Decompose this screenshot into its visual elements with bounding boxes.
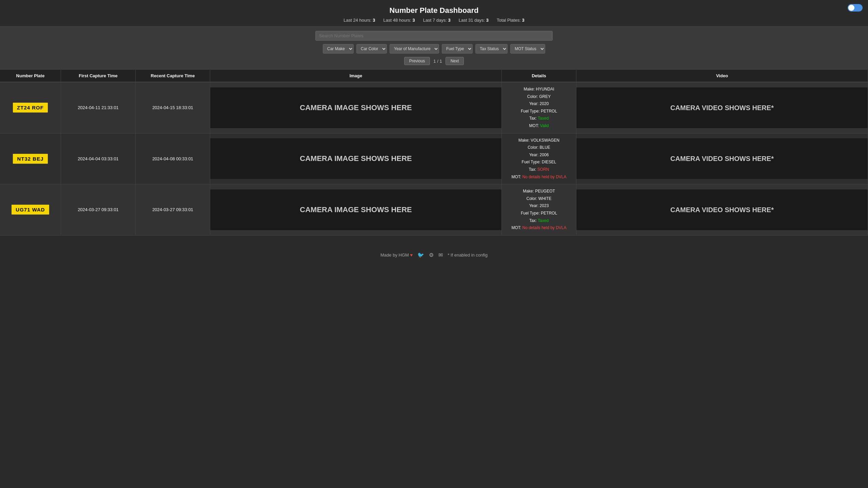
- video-cell: CAMERA VIDEO SHOWS HERE*: [576, 184, 868, 235]
- recent-capture-cell: 2024-04-08 00:33:01: [136, 134, 210, 184]
- stat-total: Total Plates: 3: [497, 18, 525, 23]
- number-plate[interactable]: ZT24 ROF: [12, 102, 48, 113]
- table-row: UG71 WAD 2024-03-27 09:33:01 2024-03-27 …: [0, 184, 868, 236]
- image-cell: CAMERA IMAGE SHOWS HERE: [210, 184, 502, 235]
- stat-last31d: Last 31 days: 3: [459, 18, 489, 23]
- camera-video-placeholder: CAMERA VIDEO SHOWS HERE*: [576, 138, 868, 179]
- col-header-plate: Number Plate: [0, 70, 61, 82]
- first-capture-cell: 2024-03-27 09:33:01: [61, 184, 136, 235]
- plate-cell: UG71 WAD: [0, 184, 61, 235]
- filters-row: Car Make Car Color Year of Manufacture F…: [323, 44, 545, 54]
- camera-image-placeholder: CAMERA IMAGE SHOWS HERE: [210, 189, 501, 230]
- camera-image-placeholder: CAMERA IMAGE SHOWS HERE: [210, 87, 501, 128]
- car-make-filter[interactable]: Car Make: [323, 44, 354, 54]
- col-header-image: Image: [210, 70, 502, 82]
- video-cell: CAMERA VIDEO SHOWS HERE*: [576, 82, 868, 133]
- table-header: Number Plate First Capture Time Recent C…: [0, 70, 868, 82]
- table-row: NT32 BEJ 2024-04-04 03:33:01 2024-04-08 …: [0, 134, 868, 185]
- plate-cell: NT32 BEJ: [0, 134, 61, 184]
- stat-last24h: Last 24 hours: 3: [343, 18, 375, 23]
- camera-image-placeholder: CAMERA IMAGE SHOWS HERE: [210, 138, 501, 179]
- first-capture-cell: 2024-04-11 21:33:01: [61, 82, 136, 133]
- next-button[interactable]: Next: [446, 57, 464, 65]
- camera-video-placeholder: CAMERA VIDEO SHOWS HERE*: [576, 87, 868, 128]
- year-of-manufacture-filter[interactable]: Year of Manufacture: [390, 44, 439, 54]
- pagination-info: 1 / 1: [433, 59, 442, 64]
- first-capture-cell: 2024-04-04 03:33:01: [61, 134, 136, 184]
- col-header-details: Details: [502, 70, 576, 82]
- details-cell: Make: PEUGEOT Color: WHITE Year: 2023 Fu…: [502, 184, 576, 235]
- theme-toggle[interactable]: [848, 4, 863, 12]
- mot-status-filter[interactable]: MOT Status: [510, 44, 545, 54]
- controls-section: Car Make Car Color Year of Manufacture F…: [0, 26, 868, 70]
- search-input[interactable]: [315, 31, 553, 41]
- tax-status-filter[interactable]: Tax Status: [475, 44, 508, 54]
- footer: Made by HGM ♥ 🐦 ⚙ ✉ * If enabled in conf…: [0, 246, 868, 264]
- video-cell: CAMERA VIDEO SHOWS HERE*: [576, 134, 868, 184]
- heart-icon: ♥: [410, 252, 413, 258]
- details-cell: Make: HYUNDAI Color: GREY Year: 2020 Fue…: [502, 82, 576, 133]
- car-color-filter[interactable]: Car Color: [356, 44, 387, 54]
- camera-video-placeholder: CAMERA VIDEO SHOWS HERE*: [576, 189, 868, 230]
- footer-note: * If enabled in config: [448, 252, 488, 258]
- recent-capture-cell: 2024-04-15 18:33:01: [136, 82, 210, 133]
- twitter-icon[interactable]: 🐦: [417, 252, 424, 258]
- stats-bar: Last 24 hours: 3 Last 48 hours: 3 Last 7…: [0, 18, 868, 26]
- col-header-first-capture: First Capture Time: [61, 70, 136, 82]
- page-header: Number Plate Dashboard: [0, 0, 868, 18]
- toggle-knob: [848, 5, 854, 11]
- image-cell: CAMERA IMAGE SHOWS HERE: [210, 134, 502, 184]
- previous-button[interactable]: Previous: [404, 57, 430, 65]
- stat-last48h: Last 48 hours: 3: [383, 18, 415, 23]
- plates-table: Number Plate First Capture Time Recent C…: [0, 70, 868, 236]
- pagination-row: Previous 1 / 1 Next: [404, 57, 464, 65]
- number-plate[interactable]: UG71 WAD: [11, 204, 50, 215]
- fuel-type-filter[interactable]: Fuel Type: [442, 44, 473, 54]
- table-row: ZT24 ROF 2024-04-11 21:33:01 2024-04-15 …: [0, 82, 868, 134]
- stat-last7d: Last 7 days: 3: [423, 18, 451, 23]
- col-header-video: Video: [576, 70, 868, 82]
- details-cell: Make: VOLKSWAGEN Color: BLUE Year: 2006 …: [502, 134, 576, 184]
- footer-made-by: Made by HGM ♥: [380, 252, 413, 258]
- image-cell: CAMERA IMAGE SHOWS HERE: [210, 82, 502, 133]
- github-icon[interactable]: ⚙: [429, 252, 434, 258]
- recent-capture-cell: 2024-03-27 09:33:01: [136, 184, 210, 235]
- email-icon[interactable]: ✉: [438, 252, 443, 258]
- col-header-recent-capture: Recent Capture Time: [136, 70, 210, 82]
- page-title: Number Plate Dashboard: [0, 6, 868, 15]
- plate-cell: ZT24 ROF: [0, 82, 61, 133]
- number-plate[interactable]: NT32 BEJ: [12, 153, 48, 164]
